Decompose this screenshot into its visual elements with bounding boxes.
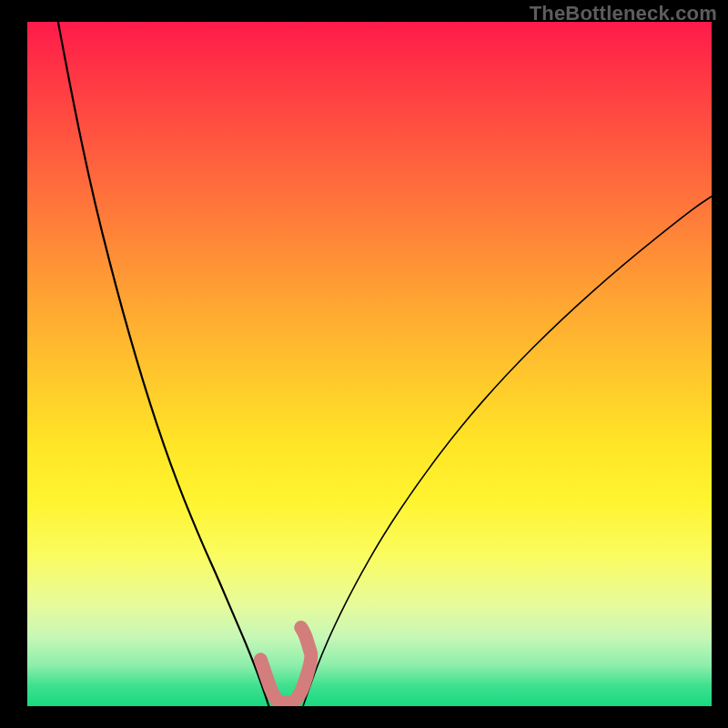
watermark-text: TheBottleneck.com [530,2,717,25]
right-curve-path [303,197,712,706]
chart-frame: TheBottleneck.com [0,0,728,728]
left-curve-path [58,22,269,706]
plot-area [27,22,712,706]
chart-svg [27,22,712,706]
highlight-path [260,628,310,703]
